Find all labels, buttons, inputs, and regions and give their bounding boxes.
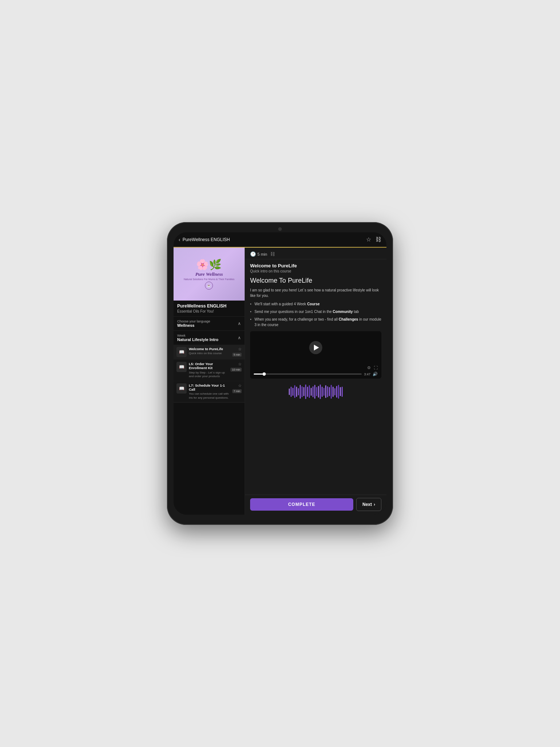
- lesson-item-3[interactable]: 📖 L7: Schedule Your 1-1 Call You can sch…: [174, 381, 245, 403]
- course-subtitle: Essential Oils For You!: [177, 309, 241, 313]
- next-button[interactable]: Next ›: [356, 498, 381, 511]
- lesson-desc-3: You can schedule one call with Iris for …: [189, 392, 230, 400]
- fullscreen-icon[interactable]: ⛶: [374, 365, 378, 370]
- accordion-language-text: Choose your language Wellness: [177, 320, 238, 328]
- lesson-star-icon-2[interactable]: ☆: [238, 362, 242, 367]
- lesson-item-1[interactable]: 📖 Welcome to PureLife Quick intro on thi…: [174, 345, 245, 360]
- wave-bar-5: [298, 388, 299, 395]
- thumbnail-brand: Pure Wellness: [184, 271, 234, 277]
- wave-bar-26: [336, 386, 337, 398]
- wave-bar-21: [327, 386, 328, 397]
- course-title: PureWellness ENGLISH: [177, 303, 241, 309]
- thumbnail-content: 🌸🌿 Pure Wellness Natural Solutions For M…: [181, 256, 237, 293]
- content-lesson-tagline: Quick intro on this course: [250, 269, 381, 273]
- lesson-book-icon-3: 📖: [176, 383, 187, 394]
- lesson-info-3: L7: Schedule Your 1-1 Call You can sched…: [189, 383, 230, 400]
- welcome-intro: I am so glad to see you here! Let´s see …: [250, 287, 381, 298]
- wave-bar-13: [312, 386, 314, 397]
- lesson-item-2[interactable]: 📖 L5: Order Your Enrollment Kit Step by …: [174, 360, 245, 381]
- wave-bar-15: [316, 387, 317, 396]
- main-content: 🌸🌿 Pure Wellness Natural Solutions For M…: [174, 248, 386, 515]
- thumbnail-logo: ☕: [205, 282, 213, 290]
- play-button[interactable]: [309, 341, 322, 354]
- lesson-star-icon-3[interactable]: ☆: [238, 383, 242, 388]
- video-area: [250, 331, 381, 364]
- video-controls-top: ⚙ ⛶: [254, 365, 378, 370]
- wave-bar-17: [320, 384, 321, 399]
- welcome-heading: Welcome To PureLife: [250, 277, 381, 285]
- chevron-up-icon: ∧: [238, 321, 241, 326]
- logo-icon: ☕: [207, 284, 211, 287]
- lesson-star-icon-1[interactable]: ☆: [238, 347, 242, 352]
- link-icon[interactable]: ⛓: [270, 251, 275, 257]
- bullet-item-3: When you are ready, for a challenge or t…: [250, 317, 381, 328]
- header-left: ‹ PureWellness ENGLISH: [179, 237, 230, 243]
- lesson-title-3: L7: Schedule Your 1-1 Call: [189, 383, 230, 392]
- progress-dot: [262, 372, 266, 376]
- wave-bar-11: [309, 385, 310, 398]
- wave-bar-6: [300, 385, 301, 399]
- course-thumbnail: 🌸🌿 Pure Wellness Natural Solutions For M…: [174, 248, 245, 301]
- thumbnail-subtitle: Natural Solutions For Mums & Their Famil…: [184, 278, 234, 280]
- accordion-week: Week Natural Lifestyle Intro ∧ 📖 Welcome…: [174, 331, 245, 403]
- content-panel: 🕐 5 min ⛓ Welcome to PureLife Quick intr…: [245, 248, 386, 515]
- tablet-screen: ‹ PureWellness ENGLISH ☆ ⛓ 🌸🌿 Pure Welln…: [174, 232, 386, 515]
- link-share-icon[interactable]: ⛓: [376, 236, 381, 243]
- lesson-info-1: Welcome to PureLife Quick intro on this …: [189, 347, 230, 356]
- volume-icon[interactable]: 🔊: [373, 372, 378, 376]
- wave-bar-10: [307, 387, 308, 397]
- header-title: PureWellness ENGLISH: [183, 237, 230, 242]
- wave-bar-18: [322, 387, 323, 397]
- wave-bar-0: [289, 388, 290, 395]
- wave-bar-24: [332, 387, 334, 397]
- progress-fill: [254, 374, 262, 375]
- accordion-week-text: Week Natural Lifestyle Intro: [177, 334, 238, 342]
- star-icon[interactable]: ☆: [366, 236, 371, 243]
- wave-bar-28: [340, 387, 341, 396]
- app-header: ‹ PureWellness ENGLISH ☆ ⛓: [174, 232, 386, 247]
- wave-bar-25: [334, 388, 335, 395]
- lesson-duration-1: 5 min: [232, 353, 242, 357]
- lesson-title-2: L5: Order Your Enrollment Kit: [189, 362, 228, 370]
- wave-bar-7: [302, 386, 303, 397]
- play-triangle-icon: [314, 345, 319, 351]
- lesson-book-icon-1: 📖: [176, 347, 187, 357]
- tablet-device: ‹ PureWellness ENGLISH ☆ ⛓ 🌸🌿 Pure Welln…: [167, 222, 393, 525]
- back-icon[interactable]: ‹: [179, 237, 180, 243]
- course-title-section: PureWellness ENGLISH Essential Oils For …: [174, 301, 245, 317]
- video-controls: ⚙ ⛶ 3:47 🔊: [250, 364, 381, 379]
- wave-bar-23: [331, 385, 332, 399]
- next-arrow-icon: ›: [374, 502, 375, 507]
- time-display: 3:47: [364, 372, 370, 376]
- accordion-week-title: Natural Lifestyle Intro: [177, 337, 238, 342]
- chevron-up-icon-2: ∧: [238, 335, 241, 340]
- lesson-desc-1: Quick intro on this course: [189, 352, 230, 355]
- accordion-language-header[interactable]: Choose your language Wellness ∧: [174, 317, 245, 330]
- content-lesson-title: Welcome to PureLife: [250, 263, 381, 268]
- accordion-language-label: Choose your language: [177, 320, 238, 323]
- wave-bar-2: [292, 388, 293, 396]
- accordion-language-title: Wellness: [177, 323, 238, 328]
- progress-bar[interactable]: [254, 374, 362, 375]
- clock-icon: 🕐: [250, 251, 256, 257]
- bullet-item-1: We'll start with a guided 4 Week Course: [250, 301, 381, 307]
- accordion-week-header[interactable]: Week Natural Lifestyle Intro ∧: [174, 331, 245, 345]
- tablet-camera: [278, 227, 282, 231]
- accordion-week-label: Week: [177, 334, 238, 337]
- wave-bar-19: [323, 388, 324, 396]
- wave-bar-20: [325, 385, 326, 398]
- complete-button[interactable]: COMPLETE: [250, 498, 353, 511]
- bullet-item-2: Send me your questions in our 1on1 Chat …: [250, 309, 381, 314]
- lesson-info-2: L5: Order Your Enrollment Kit Step by St…: [189, 362, 228, 379]
- lesson-meta-2: ☆ 10 min: [230, 362, 242, 372]
- lesson-book-icon-2: 📖: [176, 362, 187, 372]
- bullet-list: We'll start with a guided 4 Week Course …: [250, 301, 381, 328]
- content-top-bar: 🕐 5 min ⛓: [245, 248, 386, 259]
- settings-icon[interactable]: ⚙: [367, 365, 371, 370]
- wave-bar-9: [305, 384, 306, 399]
- wave-bar-22: [329, 387, 330, 396]
- audio-waveform: [250, 382, 381, 402]
- accordion-language: Choose your language Wellness ∧: [174, 317, 245, 331]
- time-badge: 🕐 5 min: [250, 251, 267, 257]
- wave-bar-8: [303, 387, 304, 396]
